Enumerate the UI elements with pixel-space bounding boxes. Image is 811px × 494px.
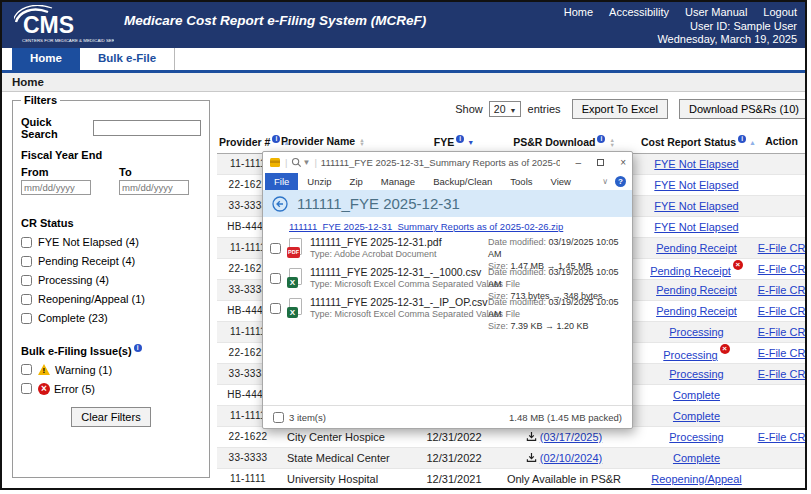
info-icon[interactable]: i [738, 135, 746, 143]
file-name[interactable]: 111111_FYE 2025-12-31.pdf [310, 236, 442, 248]
status-link-processing[interactable]: Processing [663, 349, 717, 361]
status-link-processing[interactable]: Processing [669, 431, 723, 443]
psr-download-link[interactable]: (03/17/2025) [540, 431, 602, 443]
e-file-cr-link[interactable]: E-File CR [758, 326, 806, 338]
download-psrs-button[interactable]: Download PS&Rs (10) [679, 99, 807, 119]
e-file-cr-link[interactable]: E-File CR [758, 368, 806, 380]
file-list: PDF111111_FYE 2025-12-31.pdfType: Adobe … [263, 233, 632, 323]
cr-status-checkbox[interactable] [21, 256, 32, 267]
tab-home[interactable]: Home [12, 48, 80, 70]
status-link-pending-receipt[interactable]: Pending Receipt [656, 284, 737, 296]
filters-panel: Filters Quick Search Fiscal Year End Fro… [12, 94, 210, 478]
nav-link-logout[interactable]: Logout [763, 6, 797, 18]
column-header-ps-r-download[interactable]: PS&R Downloadi▲▼ [489, 130, 639, 153]
back-icon[interactable] [272, 196, 288, 212]
column-header-provider-name[interactable]: Provider Name▲▼ [279, 130, 419, 153]
sort-icon[interactable]: ▲▼ [359, 138, 364, 147]
nav-link-accessibility[interactable]: Accessibility [609, 6, 669, 18]
status-link-pending-receipt[interactable]: Pending Receipt [656, 305, 737, 317]
status-link-processing[interactable]: Processing [669, 368, 723, 380]
clear-filters-button[interactable]: Clear Filters [71, 407, 150, 427]
export-to-excel-button[interactable]: Export To Excel [572, 99, 668, 119]
info-icon[interactable]: i [272, 135, 280, 143]
e-file-cr-link[interactable]: E-File CR [758, 347, 806, 359]
tab-bulk-e-file[interactable]: Bulk e-File [80, 48, 175, 70]
quick-search-input[interactable] [93, 120, 201, 136]
menu-item-view[interactable]: View [542, 173, 580, 190]
cr-status-checkbox[interactable] [21, 275, 32, 286]
info-icon[interactable]: i [134, 344, 142, 352]
status-link-fye-not-elapsed[interactable]: FYE Not Elapsed [654, 158, 738, 170]
fye-to-input[interactable] [119, 180, 189, 195]
psr-download-link[interactable]: (02/10/2024) [540, 452, 602, 464]
column-header-cost-report-status[interactable]: Cost Report Statusi▲ [639, 130, 754, 153]
status-link-pending-receipt[interactable]: Pending Receipt [656, 242, 737, 254]
info-icon[interactable]: i [597, 135, 605, 143]
e-file-cr-link[interactable]: E-File CR [758, 284, 806, 296]
search-dropdown-icon[interactable]: ▼ [302, 158, 310, 167]
select-all-checkbox[interactable] [273, 412, 284, 423]
status-link-fye-not-elapsed[interactable]: FYE Not Elapsed [654, 221, 738, 233]
info-icon[interactable]: i [456, 135, 464, 143]
action-cell: E-File CR [754, 258, 807, 279]
column-header-action[interactable]: Action [754, 130, 807, 153]
sort-descending-icon[interactable]: ▼ [467, 139, 474, 146]
bulk-issue-checkbox[interactable] [21, 383, 32, 394]
file-row: X111111_FYE 2025-12-31_-_IP_OP.csvType: … [263, 293, 632, 323]
status-link-complete[interactable]: Complete [673, 410, 720, 422]
chevron-down-icon[interactable]: ∨ [602, 177, 608, 186]
cr-status-label: CR Status [21, 217, 201, 229]
status-link-complete[interactable]: Complete [673, 389, 720, 401]
close-icon[interactable]: × [620, 157, 626, 168]
column-header-fye[interactable]: FYEi▼ [419, 130, 489, 153]
status-link-pending-receipt[interactable]: Pending Receipt [650, 265, 731, 277]
search-icon[interactable] [291, 157, 302, 168]
menu-item-backup-clean[interactable]: Backup/Clean [424, 173, 501, 190]
cr-status-checkbox[interactable] [21, 237, 32, 248]
entries-select[interactable]: 20▼ [489, 101, 522, 117]
file-row: X111111_FYE 2025-12-31_-_1000.csvType: M… [263, 263, 632, 293]
maximize-icon[interactable] [597, 159, 604, 166]
fye-from-input[interactable] [21, 180, 91, 195]
file-checkbox[interactable] [270, 303, 281, 314]
pdf-file-icon: PDF [287, 238, 304, 258]
e-file-cr-link[interactable]: E-File CR [758, 263, 806, 275]
status-link-fye-not-elapsed[interactable]: FYE Not Elapsed [654, 179, 738, 191]
status-link-fye-not-elapsed[interactable]: FYE Not Elapsed [654, 200, 738, 212]
winzip-titlebar[interactable]: | ▼ | 111111_FYE 2025-12-31_Summary Repo… [263, 152, 632, 172]
show-label: Show [455, 103, 483, 115]
sort-ascending-icon[interactable]: ▲ [749, 139, 756, 146]
column-header-provider[interactable]: Provider #i▲ [217, 130, 279, 153]
menu-item-zip[interactable]: Zip [341, 173, 372, 190]
entries-label: entries [528, 103, 561, 115]
cost-report-status-cell: FYE Not Elapsed [639, 153, 754, 174]
sort-icon[interactable]: ▲▼ [609, 138, 614, 147]
cr-status-option-label: FYE Not Elapsed (4) [38, 236, 139, 248]
menu-item-unzip[interactable]: Unzip [298, 173, 340, 190]
status-link-processing[interactable]: Processing [669, 326, 723, 338]
status-link-complete[interactable]: Complete [673, 452, 720, 464]
cr-status-checkbox[interactable] [21, 294, 32, 305]
menu-item-tools[interactable]: Tools [501, 173, 541, 190]
nav-link-home[interactable]: Home [564, 6, 593, 18]
file-checkbox[interactable] [270, 273, 281, 284]
status-link-reopening-appeal[interactable]: Reopening/Appeal [651, 473, 742, 485]
modified-label: Date modified: [488, 267, 549, 277]
e-file-cr-link[interactable]: E-File CR [758, 242, 806, 254]
action-cell [754, 384, 807, 405]
nav-link-user-manual[interactable]: User Manual [685, 6, 747, 18]
provider-name-cell: City Center Hospice [279, 426, 419, 447]
e-file-cr-link[interactable]: E-File CR [758, 431, 806, 443]
cr-status-checkbox[interactable] [21, 313, 32, 324]
menu-item-manage[interactable]: Manage [372, 173, 424, 190]
file-checkbox[interactable] [270, 243, 281, 254]
minimize-icon[interactable]: – [576, 157, 582, 168]
action-cell [754, 174, 807, 195]
cost-report-status-cell: FYE Not Elapsed [639, 216, 754, 237]
help-icon[interactable]: ? [615, 176, 626, 187]
e-file-cr-link[interactable]: E-File CR [758, 305, 806, 317]
zip-file-link[interactable]: 111111_FYE 2025-12-31_Summary Reports as… [289, 221, 563, 232]
table-header-row: Provider #i▲Provider Name▲▼FYEi▼PS&R Dow… [217, 130, 807, 153]
bulk-issue-checkbox[interactable] [21, 364, 32, 375]
menu-item-file[interactable]: File [265, 173, 298, 190]
